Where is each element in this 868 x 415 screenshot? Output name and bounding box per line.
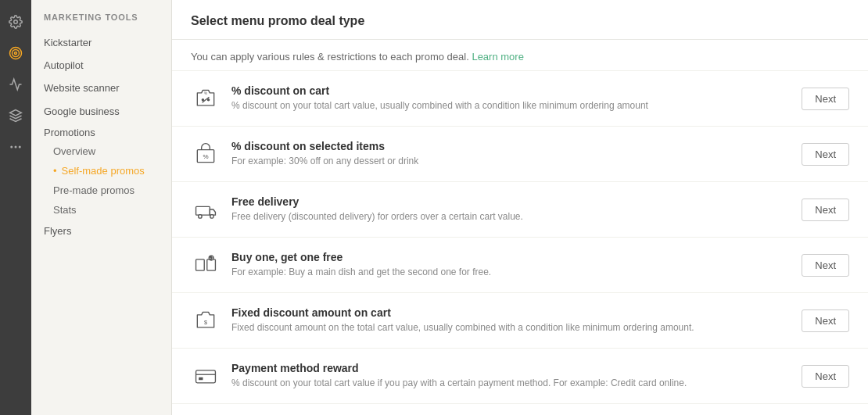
learn-more-link[interactable]: Learn more (472, 51, 523, 63)
sidebar-sub-pre-made-promos[interactable]: Pre-made promos (31, 181, 171, 200)
sidebar-item-kickstarter[interactable]: Kickstarter (31, 31, 171, 54)
promo-item-percent-discount-items: % % discount on selected items For examp… (172, 127, 868, 182)
icon-rail (0, 0, 31, 415)
svg-point-15 (210, 215, 213, 218)
promo-desc-fixed-discount: Fixed discount amount on the total cart … (231, 321, 791, 335)
svg-text:+1: +1 (210, 256, 214, 260)
promo-name-payment-reward: Payment method reward (231, 362, 791, 374)
sidebar-item-promotions[interactable]: Promotions (31, 120, 171, 141)
promo-text-payment-reward: Payment method reward % discount on your… (231, 362, 791, 390)
promo-name-percent-cart: % discount on cart (231, 84, 791, 97)
promo-desc-percent-items: For example: 30% off on any dessert or d… (231, 155, 791, 168)
next-button-payment-reward[interactable]: Next (802, 365, 849, 388)
free-delivery-icon (191, 195, 221, 224)
svg-point-4 (10, 146, 13, 148)
content-panel: Select menu promo deal type You can appl… (172, 0, 868, 415)
sidebar-sub-overview[interactable]: Overview (31, 141, 171, 161)
svg-rect-17 (207, 259, 216, 270)
panel-header: Select menu promo deal type (172, 0, 868, 40)
next-button-percent-items[interactable]: Next (802, 143, 849, 166)
panel-title: Select menu promo deal type (191, 14, 849, 28)
sidebar-sub-stats[interactable]: Stats (31, 200, 171, 220)
promo-name-fixed-discount: Fixed discount amount on cart (231, 306, 791, 319)
promo-desc-percent-cart: % discount on your total cart value, usu… (231, 99, 791, 113)
promo-text-free-delivery: Free delivery Free delivery (discounted … (231, 195, 791, 224)
promo-name-free-delivery: Free delivery (231, 195, 791, 208)
svg-text:%: % (204, 91, 207, 95)
promo-item-fixed-discount: $ Fixed discount amount on cart Fixed di… (172, 293, 868, 349)
percent-cart-icon: % (191, 84, 221, 113)
promo-item-percent-discount-cart: % % discount on cart % discount on your … (172, 71, 868, 127)
sidebar-item-flyers[interactable]: Flyers (31, 220, 171, 242)
sidebar-item-website-scanner[interactable]: Website scanner (31, 77, 171, 99)
promo-name-percent-items: % discount on selected items (231, 140, 791, 152)
promo-desc-bogo: For example: Buy a main dish and get the… (231, 266, 791, 279)
next-button-bogo[interactable]: Next (802, 254, 849, 277)
svg-point-5 (15, 146, 17, 148)
promo-name-bogo: Buy one, get one free (231, 251, 791, 263)
promo-desc-payment-reward: % discount on your total cart value if y… (231, 377, 791, 390)
more-icon[interactable] (3, 134, 28, 159)
fixed-discount-icon: $ (191, 306, 221, 335)
sidebar: MARKETING TOOLS Kickstarter Autopilot We… (31, 0, 172, 415)
svg-rect-13 (196, 206, 210, 215)
promo-text-percent-items: % discount on selected items For example… (231, 140, 791, 168)
promo-item-free-delivery: Free delivery Free delivery (discounted … (172, 182, 868, 238)
svg-text:$: $ (204, 320, 207, 326)
promo-item-free-item: FREE Get a FREE item For example: Free d… (172, 404, 868, 415)
svg-rect-21 (196, 370, 216, 383)
svg-point-0 (14, 20, 18, 24)
svg-point-3 (15, 52, 17, 55)
svg-point-2 (13, 50, 20, 57)
next-button-fixed-discount[interactable]: Next (802, 309, 849, 332)
svg-rect-23 (199, 377, 203, 381)
payment-reward-icon (191, 361, 221, 391)
main-content: Select menu promo deal type You can appl… (172, 0, 868, 415)
promo-desc-free-delivery: Free delivery (discounted delivery) for … (231, 210, 791, 224)
next-button-percent-cart[interactable]: Next (802, 88, 849, 110)
target-icon[interactable] (3, 41, 28, 66)
promo-text-fixed-discount: Fixed discount amount on cart Fixed disc… (231, 306, 791, 335)
sidebar-title: MARKETING TOOLS (31, 13, 171, 31)
chart-icon[interactable] (3, 72, 28, 97)
promo-text-percent-cart: % discount on cart % discount on your to… (231, 84, 791, 113)
sidebar-item-autopilot[interactable]: Autopilot (31, 54, 171, 77)
panel-subtitle: You can apply various rules & restrictio… (172, 40, 868, 71)
sidebar-item-google-business[interactable]: Google business (31, 99, 171, 120)
promo-list: % % discount on cart % discount on your … (172, 71, 868, 415)
svg-text:%: % (203, 153, 208, 160)
next-button-free-delivery[interactable]: Next (802, 199, 849, 221)
percent-items-icon: % (191, 139, 221, 169)
svg-rect-16 (196, 259, 205, 270)
svg-point-14 (199, 215, 202, 218)
subtitle-text: You can apply various rules & restrictio… (191, 51, 469, 63)
svg-point-6 (19, 146, 21, 148)
promo-item-payment-reward: Payment method reward % discount on your… (172, 349, 868, 404)
bogo-icon: +1 (191, 250, 221, 280)
integrations-icon[interactable] (3, 103, 28, 128)
promo-text-bogo: Buy one, get one free For example: Buy a… (231, 251, 791, 279)
promo-item-bogo: +1 Buy one, get one free For example: Bu… (172, 238, 868, 293)
sidebar-sub-self-made-promos[interactable]: Self-made promos (31, 161, 171, 181)
settings-icon[interactable] (3, 9, 28, 34)
